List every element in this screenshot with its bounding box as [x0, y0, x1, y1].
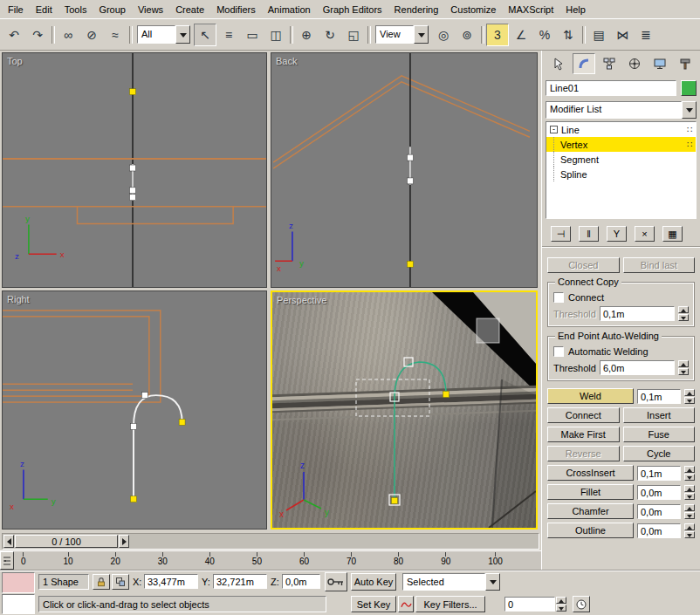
- stack-item-spline[interactable]: Spline: [546, 167, 696, 181]
- undo-button[interactable]: ↶: [3, 24, 25, 46]
- set-key-button[interactable]: Set Key: [351, 596, 396, 612]
- next-frame-arrow[interactable]: [119, 535, 129, 548]
- pin-stack-button[interactable]: ⊣: [551, 226, 571, 242]
- chevron-down-icon[interactable]: [175, 25, 190, 44]
- maxscript-mini-listener[interactable]: [2, 594, 35, 614]
- previous-frame-arrow[interactable]: [3, 535, 14, 548]
- outline-spinner[interactable]: [684, 523, 695, 538]
- menu-help[interactable]: Help: [559, 1, 592, 18]
- menu-customize[interactable]: Customize: [444, 1, 502, 18]
- menu-rendering[interactable]: Rendering: [388, 1, 445, 18]
- tab-display[interactable]: [649, 53, 671, 74]
- make-unique-button[interactable]: Y: [607, 226, 627, 242]
- toolbar-separator[interactable]: [479, 24, 485, 46]
- right-viewport-canvas[interactable]: z y x: [3, 291, 266, 529]
- reference-coordinate-dropdown[interactable]: View: [375, 25, 429, 44]
- unlink-selection-button[interactable]: ⊘: [80, 24, 103, 46]
- select-by-name-button[interactable]: ≡: [217, 24, 240, 46]
- menu-views[interactable]: Views: [132, 1, 169, 18]
- track-bar[interactable]: 0102030405060708090100: [0, 550, 541, 570]
- stack-item-vertex[interactable]: Vertex ∷: [546, 137, 696, 152]
- chevron-down-icon[interactable]: [682, 101, 697, 119]
- redo-button[interactable]: ↷: [26, 24, 49, 46]
- align-button[interactable]: ≣: [635, 24, 657, 46]
- current-frame-spinner[interactable]: [556, 597, 566, 612]
- key-mode-dropdown[interactable]: Selected: [402, 573, 500, 591]
- mirror-button[interactable]: ⋈: [611, 24, 634, 46]
- use-pivot-center-button[interactable]: ◎: [432, 24, 455, 46]
- perspective-viewport-canvas[interactable]: z x y: [272, 292, 536, 528]
- select-and-link-button[interactable]: ∞: [57, 24, 79, 46]
- named-selection-sets-button[interactable]: ▤: [587, 24, 610, 46]
- fuse-button[interactable]: Fuse: [623, 427, 696, 442]
- mini-curve-editor-toggle[interactable]: [0, 551, 14, 570]
- key-filters-button[interactable]: Key Filters...: [415, 596, 485, 612]
- connect-button[interactable]: Connect: [547, 407, 620, 423]
- menu-group[interactable]: Group: [93, 1, 132, 18]
- weld-button[interactable]: Weld: [547, 388, 634, 404]
- window-crossing-button[interactable]: ◫: [264, 24, 287, 46]
- tab-utilities[interactable]: [674, 53, 697, 74]
- menu-create[interactable]: Create: [169, 1, 210, 18]
- time-configuration-button[interactable]: [573, 596, 590, 612]
- time-slider-track[interactable]: 0 / 100: [2, 533, 539, 550]
- bind-last-button[interactable]: Bind last: [623, 257, 696, 273]
- x-coordinate-field[interactable]: 33,477m: [144, 574, 198, 589]
- selection-lock-toggle[interactable]: [93, 574, 110, 590]
- outline-button[interactable]: Outline: [547, 523, 634, 538]
- toolbar-separator[interactable]: [50, 24, 56, 46]
- toolbar-separator[interactable]: [288, 24, 294, 46]
- automatic-welding-checkbox[interactable]: [553, 346, 564, 357]
- weld-value-field[interactable]: 0,1m: [637, 389, 681, 404]
- tab-modify[interactable]: [573, 53, 595, 74]
- select-and-rotate-button[interactable]: ↻: [319, 24, 341, 46]
- rectangular-selection-button[interactable]: ▭: [241, 24, 264, 46]
- fillet-spinner[interactable]: [684, 485, 695, 500]
- object-color-swatch[interactable]: [681, 80, 697, 96]
- select-and-scale-button[interactable]: ◱: [342, 24, 365, 46]
- stack-item-segment[interactable]: Segment: [546, 152, 696, 167]
- weld-threshold-field[interactable]: 6,0m: [600, 360, 675, 375]
- menu-file[interactable]: File: [2, 1, 30, 18]
- remove-modifier-button[interactable]: ×: [635, 226, 655, 242]
- cross-insert-button[interactable]: CrossInsert: [547, 465, 634, 481]
- viewport-back[interactable]: z x y Back: [271, 52, 538, 288]
- menu-animation[interactable]: Animation: [262, 1, 317, 18]
- current-frame-field[interactable]: 0: [504, 597, 555, 612]
- show-end-result-button[interactable]: ‖: [579, 226, 599, 242]
- spinner-snap-button[interactable]: ⇅: [557, 24, 580, 46]
- connect-threshold-spinner[interactable]: [678, 306, 689, 321]
- make-first-button[interactable]: Make First: [547, 427, 620, 442]
- chevron-down-icon[interactable]: [414, 25, 429, 44]
- auto-key-button[interactable]: Auto Key: [351, 573, 396, 591]
- menu-maxscript[interactable]: MAXScript: [502, 1, 559, 18]
- connect-threshold-field[interactable]: 0,1m: [600, 306, 675, 321]
- weld-threshold-spinner[interactable]: [678, 360, 689, 375]
- viewport-right[interactable]: z y x Right: [2, 290, 267, 530]
- cycle-button[interactable]: Cycle: [623, 446, 696, 461]
- snaps-toggle-3d-button[interactable]: 3: [486, 24, 509, 46]
- fillet-button[interactable]: Fillet: [547, 484, 634, 500]
- viewport-label[interactable]: Top: [7, 56, 23, 66]
- y-coordinate-field[interactable]: 32,721m: [213, 574, 267, 589]
- absolute-offset-toggle[interactable]: [112, 574, 129, 590]
- select-object-button[interactable]: ↖: [194, 24, 216, 46]
- viewport-top[interactable]: y x z Top: [2, 52, 267, 288]
- viewport-label[interactable]: Back: [276, 56, 297, 66]
- toolbar-separator[interactable]: [127, 24, 134, 46]
- chamfer-spinner[interactable]: [684, 504, 695, 519]
- new-key-default-in-out-button[interactable]: [398, 596, 414, 612]
- modifier-list-dropdown[interactable]: Modifier List: [546, 101, 697, 119]
- selection-filter-dropdown[interactable]: All: [137, 25, 190, 44]
- tab-hierarchy[interactable]: [598, 53, 621, 74]
- select-and-move-button[interactable]: ⊕: [295, 24, 318, 46]
- top-viewport-canvas[interactable]: y x z: [3, 53, 266, 287]
- menu-graph-editors[interactable]: Graph Editors: [317, 1, 388, 18]
- viewport-label[interactable]: Perspective: [277, 295, 326, 305]
- stack-item-line[interactable]: - Line ∷: [546, 122, 696, 137]
- connect-checkbox[interactable]: [553, 292, 564, 303]
- cross-insert-spinner[interactable]: [684, 466, 695, 481]
- chevron-down-icon[interactable]: [485, 573, 500, 591]
- tab-create[interactable]: [547, 53, 570, 74]
- bind-to-space-warp-button[interactable]: ≈: [104, 24, 127, 46]
